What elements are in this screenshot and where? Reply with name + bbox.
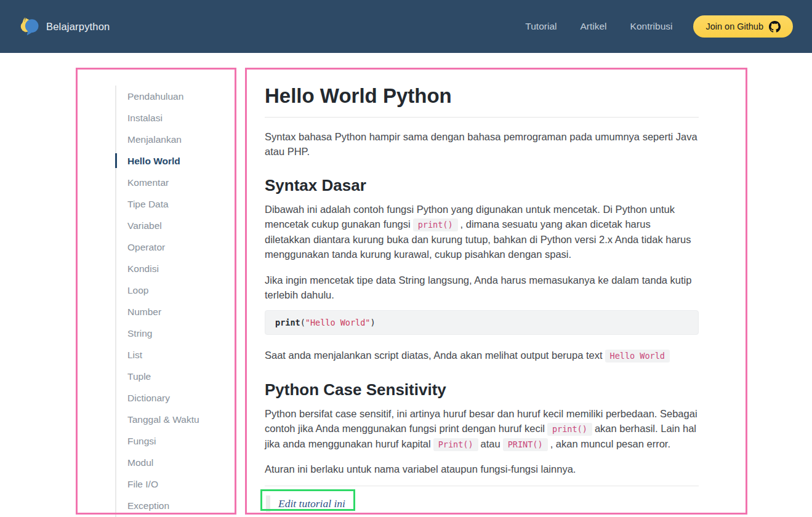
tutorial-content: Hello World Python Syntax bahasa Python … <box>265 68 699 513</box>
rule-paragraph: Aturan ini berlaku untuk nama variabel a… <box>265 462 699 476</box>
sidebar-item-hello-world[interactable]: Hello World <box>116 150 229 172</box>
join-github-button[interactable]: Join on Github <box>693 15 793 38</box>
sidebar-item-string[interactable]: String <box>116 323 229 344</box>
nav-artikel[interactable]: Artikel <box>580 21 606 32</box>
sidebar-item-tanggal-waktu[interactable]: Tanggal & Waktu <box>116 409 229 430</box>
github-icon <box>769 21 781 33</box>
tutorial-sidebar: Pendahuluan Instalasi Menjalankan Hello … <box>115 86 229 517</box>
sidebar-item-dictionary[interactable]: Dictionary <box>116 387 229 409</box>
sidebar-item-exception[interactable]: Exception <box>116 495 229 516</box>
case-paragraph: Python bersifat case sensitif, ini artin… <box>265 406 699 452</box>
edit-icon <box>266 495 270 512</box>
code-keyword: print <box>275 318 300 327</box>
sidebar-item-number[interactable]: Number <box>116 301 229 323</box>
sidebar-item-loop[interactable]: Loop <box>116 279 229 301</box>
syntax-paragraph-2: Jika ingin mencetak tipe data String lan… <box>265 273 699 302</box>
inline-code-print: print() <box>413 218 458 231</box>
bottom-divider <box>265 486 699 486</box>
sidebar-item-operator[interactable]: Operator <box>116 236 229 258</box>
code-paren-close: ) <box>370 318 375 327</box>
sidebar-item-fungsi[interactable]: Fungsi <box>116 430 229 452</box>
join-github-label: Join on Github <box>705 22 763 31</box>
sidebar-item-menjalankan[interactable]: Menjalankan <box>116 129 229 150</box>
inline-code-print-lower: print() <box>547 423 592 436</box>
sidebar-item-instalasi[interactable]: Instalasi <box>116 107 229 129</box>
output-paragraph: Saat anda menjalankan script diatas, And… <box>265 348 699 363</box>
text-segment: , akan muncul pesan error. <box>550 438 670 449</box>
sidebar-item-pendahuluan[interactable]: Pendahuluan <box>116 86 229 107</box>
nav-kontribusi[interactable]: Kontribusi <box>630 21 673 32</box>
site-header: Belajarpython Tutorial Artikel Kontribus… <box>0 0 812 53</box>
nav-tutorial[interactable]: Tutorial <box>525 21 557 32</box>
syntax-paragraph-1: Dibawah ini adalah contoh fungsi Python … <box>265 202 699 262</box>
inline-code-hello-world: Hello World <box>605 350 670 363</box>
page-title: Hello World Python <box>265 84 699 108</box>
sidebar-item-list[interactable]: List <box>116 344 229 366</box>
title-divider <box>265 117 699 118</box>
sidebar-item-komentar[interactable]: Komentar <box>116 172 229 193</box>
edit-tutorial-row: Edit tutorial ini <box>265 494 699 513</box>
code-block: print("Hello World") <box>265 310 699 335</box>
brand[interactable]: Belajarpython <box>19 15 110 38</box>
sidebar-item-tipe-data[interactable]: Tipe Data <box>116 193 229 215</box>
inline-code-print-capital: Print() <box>433 438 478 451</box>
code-paren-open: ( <box>300 318 305 327</box>
sidebar-item-modul[interactable]: Modul <box>116 452 229 473</box>
intro-paragraph: Syntax bahasa Python hampir sama dengan … <box>265 129 699 159</box>
code-string: "Hello World" <box>305 318 371 327</box>
edit-tutorial-link[interactable]: Edit tutorial ini <box>278 497 345 510</box>
sidebar-item-variabel[interactable]: Variabel <box>116 215 229 236</box>
text-segment: Saat anda menjalankan script diatas, And… <box>265 350 603 361</box>
tutorial-list: Pendahuluan Instalasi Menjalankan Hello … <box>115 86 229 517</box>
text-segment: atau <box>481 438 500 449</box>
section-heading-case-sensitivity: Python Case Sensitivity <box>265 379 699 400</box>
sidebar-item-tuple[interactable]: Tuple <box>116 366 229 387</box>
belajarpython-logo-icon <box>19 15 41 38</box>
sidebar-item-kondisi[interactable]: Kondisi <box>116 258 229 279</box>
section-heading-syntax-dasar: Syntax Dasar <box>265 175 699 196</box>
brand-name: Belajarpython <box>46 21 110 33</box>
inline-code-print-upper: PRINT() <box>503 438 548 451</box>
top-navigation: Tutorial Artikel Kontribusi Join on Gith… <box>525 15 793 38</box>
sidebar-item-file-io[interactable]: File I/O <box>116 473 229 495</box>
